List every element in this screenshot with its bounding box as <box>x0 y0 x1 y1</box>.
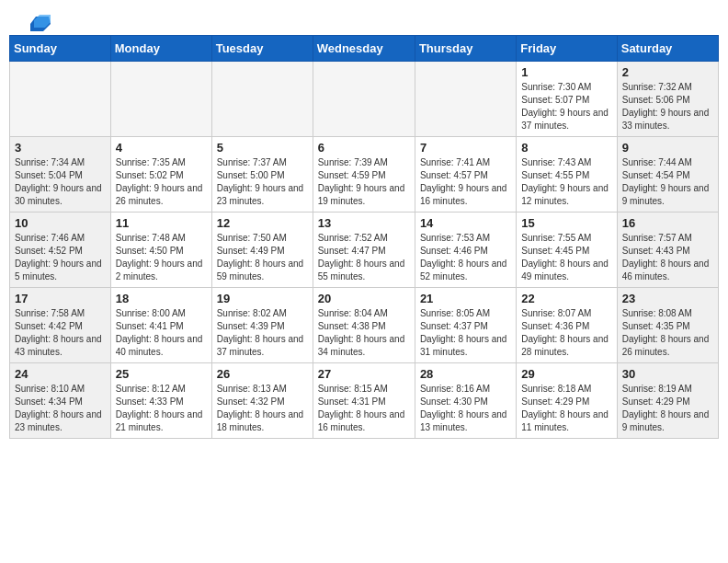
day-info: Sunrise: 8:15 AM Sunset: 4:31 PM Dayligh… <box>318 383 410 434</box>
day-cell: 29Sunrise: 8:18 AM Sunset: 4:29 PM Dayli… <box>517 363 617 439</box>
day-info: Sunrise: 7:58 AM Sunset: 4:42 PM Dayligh… <box>15 307 106 359</box>
day-number: 1 <box>521 65 611 79</box>
week-row-4: 17Sunrise: 7:58 AM Sunset: 4:42 PM Dayli… <box>10 288 719 363</box>
day-cell: 12Sunrise: 7:50 AM Sunset: 4:49 PM Dayli… <box>211 213 313 288</box>
day-number: 10 <box>15 216 106 230</box>
day-cell <box>10 62 111 137</box>
day-info: Sunrise: 7:39 AM Sunset: 4:59 PM Dayligh… <box>318 156 410 208</box>
day-cell: 16Sunrise: 7:57 AM Sunset: 4:43 PM Dayli… <box>617 213 718 288</box>
day-info: Sunrise: 7:41 AM Sunset: 4:57 PM Dayligh… <box>420 156 511 208</box>
day-info: Sunrise: 8:04 AM Sunset: 4:38 PM Dayligh… <box>318 307 410 359</box>
day-info: Sunrise: 7:57 AM Sunset: 4:43 PM Dayligh… <box>622 232 713 283</box>
day-number: 5 <box>217 141 308 155</box>
weekday-header-wednesday: Wednesday <box>313 36 415 62</box>
day-cell: 11Sunrise: 7:48 AM Sunset: 4:50 PM Dayli… <box>110 213 211 288</box>
weekday-header-friday: Friday <box>517 36 617 62</box>
day-number: 18 <box>116 292 207 305</box>
day-number: 21 <box>420 292 511 305</box>
day-number: 22 <box>521 292 611 305</box>
day-info: Sunrise: 7:43 AM Sunset: 4:55 PM Dayligh… <box>521 156 611 208</box>
day-info: Sunrise: 7:55 AM Sunset: 4:45 PM Dayligh… <box>521 232 611 283</box>
day-number: 14 <box>420 216 511 230</box>
week-row-3: 10Sunrise: 7:46 AM Sunset: 4:52 PM Dayli… <box>10 213 719 288</box>
day-cell: 25Sunrise: 8:12 AM Sunset: 4:33 PM Dayli… <box>110 363 211 439</box>
day-number: 24 <box>15 367 106 381</box>
day-number: 12 <box>217 216 308 230</box>
day-cell: 8Sunrise: 7:43 AM Sunset: 4:55 PM Daylig… <box>517 137 617 213</box>
weekday-header-sunday: Sunday <box>10 36 111 62</box>
day-cell: 17Sunrise: 7:58 AM Sunset: 4:42 PM Dayli… <box>10 288 111 363</box>
day-number: 29 <box>521 367 611 381</box>
day-cell: 7Sunrise: 7:41 AM Sunset: 4:57 PM Daylig… <box>415 137 516 213</box>
day-cell <box>415 62 516 137</box>
day-cell: 9Sunrise: 7:44 AM Sunset: 4:54 PM Daylig… <box>617 137 718 213</box>
day-number: 19 <box>217 292 308 305</box>
day-info: Sunrise: 7:48 AM Sunset: 4:50 PM Dayligh… <box>116 232 207 283</box>
day-number: 27 <box>318 367 410 381</box>
day-number: 7 <box>420 141 511 155</box>
day-number: 16 <box>622 216 713 230</box>
day-number: 25 <box>116 367 207 381</box>
day-cell: 15Sunrise: 7:55 AM Sunset: 4:45 PM Dayli… <box>517 213 617 288</box>
day-number: 9 <box>622 141 713 155</box>
day-cell <box>313 62 415 137</box>
page-header <box>9 0 719 35</box>
day-info: Sunrise: 8:19 AM Sunset: 4:29 PM Dayligh… <box>622 383 713 434</box>
weekday-header-monday: Monday <box>110 36 211 62</box>
weekday-header-thursday: Thursday <box>415 36 516 62</box>
day-info: Sunrise: 7:34 AM Sunset: 5:04 PM Dayligh… <box>15 156 106 208</box>
weekday-header-tuesday: Tuesday <box>211 36 313 62</box>
day-cell: 5Sunrise: 7:37 AM Sunset: 5:00 PM Daylig… <box>211 137 313 213</box>
day-info: Sunrise: 8:08 AM Sunset: 4:35 PM Dayligh… <box>622 307 713 359</box>
day-info: Sunrise: 7:44 AM Sunset: 4:54 PM Dayligh… <box>622 156 713 208</box>
day-number: 20 <box>318 292 410 305</box>
day-number: 2 <box>622 65 713 79</box>
day-info: Sunrise: 7:50 AM Sunset: 4:49 PM Dayligh… <box>217 232 308 283</box>
day-cell: 1Sunrise: 7:30 AM Sunset: 5:07 PM Daylig… <box>517 62 617 137</box>
day-info: Sunrise: 8:13 AM Sunset: 4:32 PM Dayligh… <box>217 383 308 434</box>
day-info: Sunrise: 7:52 AM Sunset: 4:47 PM Dayligh… <box>318 232 410 283</box>
day-info: Sunrise: 7:37 AM Sunset: 5:00 PM Dayligh… <box>217 156 308 208</box>
day-cell: 6Sunrise: 7:39 AM Sunset: 4:59 PM Daylig… <box>313 137 415 213</box>
day-info: Sunrise: 8:12 AM Sunset: 4:33 PM Dayligh… <box>116 383 207 434</box>
week-row-1: 1Sunrise: 7:30 AM Sunset: 5:07 PM Daylig… <box>10 62 719 137</box>
day-cell: 23Sunrise: 8:08 AM Sunset: 4:35 PM Dayli… <box>617 288 718 363</box>
day-cell: 14Sunrise: 7:53 AM Sunset: 4:46 PM Dayli… <box>415 213 516 288</box>
day-number: 11 <box>116 216 207 230</box>
day-cell: 10Sunrise: 7:46 AM Sunset: 4:52 PM Dayli… <box>10 213 111 288</box>
day-number: 6 <box>318 141 410 155</box>
logo <box>28 15 53 31</box>
day-cell: 26Sunrise: 8:13 AM Sunset: 4:32 PM Dayli… <box>211 363 313 439</box>
day-cell: 3Sunrise: 7:34 AM Sunset: 5:04 PM Daylig… <box>10 137 111 213</box>
day-cell: 19Sunrise: 8:02 AM Sunset: 4:39 PM Dayli… <box>211 288 313 363</box>
day-info: Sunrise: 8:05 AM Sunset: 4:37 PM Dayligh… <box>420 307 511 359</box>
day-info: Sunrise: 7:30 AM Sunset: 5:07 PM Dayligh… <box>521 81 611 132</box>
day-info: Sunrise: 7:53 AM Sunset: 4:46 PM Dayligh… <box>420 232 511 283</box>
logo-icon <box>30 15 51 31</box>
week-row-2: 3Sunrise: 7:34 AM Sunset: 5:04 PM Daylig… <box>10 137 719 213</box>
day-number: 13 <box>318 216 410 230</box>
day-cell: 13Sunrise: 7:52 AM Sunset: 4:47 PM Dayli… <box>313 213 415 288</box>
day-info: Sunrise: 8:07 AM Sunset: 4:36 PM Dayligh… <box>521 307 611 359</box>
day-cell: 24Sunrise: 8:10 AM Sunset: 4:34 PM Dayli… <box>10 363 111 439</box>
day-cell: 30Sunrise: 8:19 AM Sunset: 4:29 PM Dayli… <box>617 363 718 439</box>
day-cell: 4Sunrise: 7:35 AM Sunset: 5:02 PM Daylig… <box>110 137 211 213</box>
day-cell: 28Sunrise: 8:16 AM Sunset: 4:30 PM Dayli… <box>415 363 516 439</box>
day-cell <box>211 62 313 137</box>
day-number: 4 <box>116 141 207 155</box>
day-cell: 21Sunrise: 8:05 AM Sunset: 4:37 PM Dayli… <box>415 288 516 363</box>
day-number: 3 <box>15 141 106 155</box>
day-info: Sunrise: 8:02 AM Sunset: 4:39 PM Dayligh… <box>217 307 308 359</box>
day-cell: 18Sunrise: 8:00 AM Sunset: 4:41 PM Dayli… <box>110 288 211 363</box>
day-info: Sunrise: 7:46 AM Sunset: 4:52 PM Dayligh… <box>15 232 106 283</box>
day-number: 15 <box>521 216 611 230</box>
day-cell: 2Sunrise: 7:32 AM Sunset: 5:06 PM Daylig… <box>617 62 718 137</box>
day-info: Sunrise: 8:00 AM Sunset: 4:41 PM Dayligh… <box>116 307 207 359</box>
day-number: 26 <box>217 367 308 381</box>
day-info: Sunrise: 8:18 AM Sunset: 4:29 PM Dayligh… <box>521 383 611 434</box>
day-cell: 22Sunrise: 8:07 AM Sunset: 4:36 PM Dayli… <box>517 288 617 363</box>
day-cell <box>110 62 211 137</box>
day-cell: 20Sunrise: 8:04 AM Sunset: 4:38 PM Dayli… <box>313 288 415 363</box>
day-info: Sunrise: 7:35 AM Sunset: 5:02 PM Dayligh… <box>116 156 207 208</box>
day-number: 30 <box>622 367 713 381</box>
